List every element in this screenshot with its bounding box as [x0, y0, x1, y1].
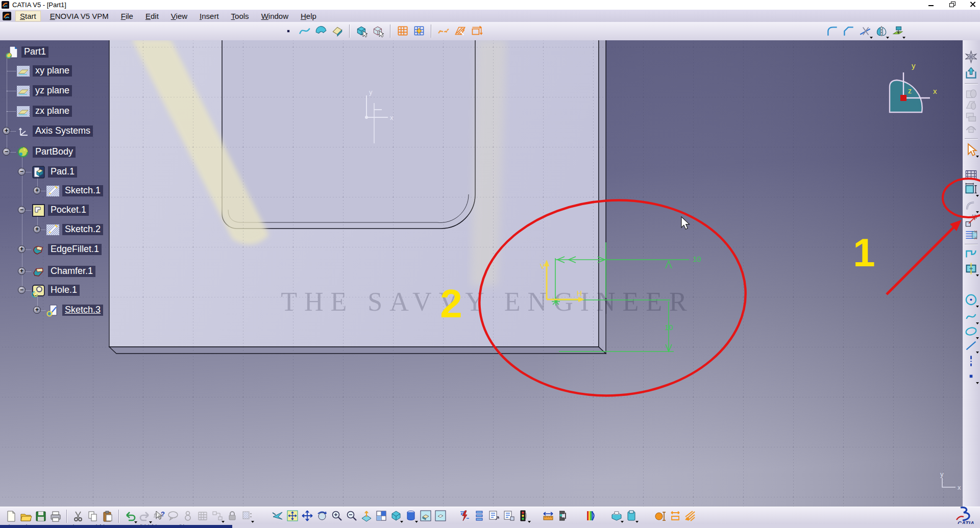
menu-insert[interactable]: Insert: [200, 12, 219, 20]
sketch-grid-icon[interactable]: [964, 168, 978, 182]
tree-item-pocket1[interactable]: Pocket.1: [32, 203, 89, 217]
menu-help[interactable]: Help: [301, 12, 316, 20]
isometric-view-icon[interactable]: [355, 24, 369, 38]
tree-item-edgefillet1[interactable]: EdgeFillet.1: [32, 242, 102, 257]
tree-item-label[interactable]: Axis Systems: [33, 125, 93, 137]
corner-icon[interactable]: [826, 24, 839, 38]
tree-item-hole1[interactable]: Hole.1: [32, 283, 80, 297]
expand-badge-sketch3[interactable]: +: [33, 306, 41, 314]
named-view-icon[interactable]: [372, 24, 385, 38]
tree-item-pad1[interactable]: Pad.1: [32, 165, 77, 179]
sketch-curve-icon[interactable]: [437, 24, 450, 38]
tree-item-label[interactable]: Chamfer.1: [48, 266, 95, 277]
tree-item-zx-plane[interactable]: zx plane: [16, 104, 72, 118]
spline-icon[interactable]: [964, 310, 978, 323]
render-style-icon[interactable]: [405, 510, 417, 522]
dim-horizontal-value[interactable]: 10: [693, 255, 701, 263]
auto-constraint-icon[interactable]: [684, 510, 696, 522]
collapse-badge-pad1[interactable]: −: [18, 168, 26, 175]
tree-item-label[interactable]: Sketch.1: [62, 185, 103, 196]
tree-item-label[interactable]: Pad.1: [48, 166, 77, 178]
ellipse-icon[interactable]: [964, 324, 978, 338]
catalog-2-icon[interactable]: [625, 510, 638, 522]
spline-icon[interactable]: [298, 24, 311, 38]
normal-view-icon[interactable]: [360, 510, 373, 522]
plane-icon[interactable]: [331, 24, 344, 38]
workbench-icon[interactable]: [964, 50, 978, 64]
menu-start[interactable]: Start: [15, 11, 41, 21]
iso-cube-icon[interactable]: [390, 510, 402, 522]
chamfer-corner-icon[interactable]: [842, 24, 855, 38]
tree-expand-2-icon[interactable]: [503, 510, 515, 522]
collapse-badge-hole1[interactable]: −: [18, 286, 26, 294]
exit-workbench-icon[interactable]: [964, 66, 978, 80]
copy-icon[interactable]: [87, 510, 99, 522]
select-arrow-icon[interactable]: [964, 143, 978, 157]
zoom-in-icon[interactable]: [331, 510, 343, 522]
tree-item-label[interactable]: Sketch.3: [62, 305, 103, 316]
fly-icon[interactable]: [272, 510, 284, 522]
trim-icon[interactable]: [859, 24, 872, 38]
tree-item-label[interactable]: EdgeFillet.1: [48, 244, 102, 255]
mirror-icon[interactable]: [875, 24, 888, 38]
save-icon[interactable]: [35, 510, 47, 522]
expand-badge-chamfer1[interactable]: +: [18, 267, 26, 275]
transform-profile-icon[interactable]: [964, 214, 978, 228]
restore-icon[interactable]: [948, 1, 956, 8]
cut-icon[interactable]: [72, 510, 84, 522]
measure-item-icon[interactable]: [557, 510, 569, 522]
menu-view[interactable]: View: [171, 12, 187, 20]
tree-item-chamfer1[interactable]: Chamfer.1: [32, 264, 95, 279]
point-icon[interactable]: [964, 369, 978, 383]
viewport-canvas[interactable]: THE SAVVY ENGINEER y x y x y x z: [0, 40, 963, 507]
profile-icon[interactable]: [964, 246, 978, 260]
axis-icon[interactable]: [964, 354, 978, 368]
expand-badge-edgefillet1[interactable]: +: [18, 245, 26, 253]
fit-all-icon[interactable]: [286, 510, 299, 522]
shade-1-icon[interactable]: [420, 510, 432, 522]
paste-icon[interactable]: [102, 510, 114, 522]
corner-operation-icon[interactable]: [964, 198, 978, 212]
tree-item-sketch3[interactable]: Sketch.3: [46, 303, 103, 317]
sketch-constraint-icon[interactable]: [470, 24, 483, 38]
lightning-icon[interactable]: [458, 510, 471, 522]
tree-item-label[interactable]: Pocket.1: [48, 205, 89, 216]
tree-item-label[interactable]: PartBody: [33, 146, 76, 158]
circle-icon[interactable]: [964, 293, 978, 307]
line-icon[interactable]: [964, 339, 978, 353]
shade-2-icon[interactable]: [434, 510, 447, 522]
measure-icon[interactable]: [542, 510, 554, 522]
list-icon[interactable]: [473, 510, 485, 522]
point-icon[interactable]: [282, 24, 295, 38]
tree-item-label[interactable]: Hole.1: [48, 285, 80, 296]
print-icon[interactable]: [50, 510, 62, 522]
expand-badge-axis-systems[interactable]: +: [3, 127, 10, 135]
material-icon[interactable]: [585, 510, 597, 522]
menu-enovia[interactable]: ENOVIA V5 VPM: [50, 12, 109, 20]
tree-item-partbody[interactable]: PartBody: [16, 145, 76, 159]
minimize-icon[interactable]: [927, 1, 935, 8]
tree-item-xy-plane[interactable]: xy plane: [16, 64, 72, 78]
constraint-contact-icon[interactable]: [669, 510, 681, 522]
pan-icon[interactable]: [301, 510, 313, 522]
menu-window[interactable]: Window: [261, 12, 288, 20]
tree-item-yz-plane[interactable]: yz plane: [16, 84, 72, 98]
constraint-dim-icon[interactable]: [654, 510, 667, 522]
tree-expand-1-icon[interactable]: [488, 510, 500, 522]
tree-item-sketch1[interactable]: Sketch.1: [46, 184, 103, 198]
rotate-icon[interactable]: [316, 510, 328, 522]
centered-rectangle-icon[interactable]: [964, 262, 978, 275]
tree-item-sketch2[interactable]: Sketch.2: [46, 222, 103, 237]
dim-vertical-value[interactable]: 10: [665, 323, 673, 332]
project-3d-icon[interactable]: [891, 24, 904, 38]
expand-badge-sketch1[interactable]: +: [33, 187, 41, 194]
tree-item-label[interactable]: Sketch.2: [62, 224, 103, 235]
tree-item-label[interactable]: xy plane: [33, 65, 72, 77]
arc-icon[interactable]: [314, 24, 328, 38]
collapse-badge-pocket1[interactable]: −: [18, 206, 26, 214]
zoom-out-icon[interactable]: [346, 510, 358, 522]
multi-view-icon[interactable]: [375, 510, 387, 522]
tree-item-label[interactable]: Part1: [21, 46, 48, 58]
close-icon[interactable]: [969, 1, 977, 8]
rectangle-profile-icon[interactable]: [964, 182, 978, 196]
